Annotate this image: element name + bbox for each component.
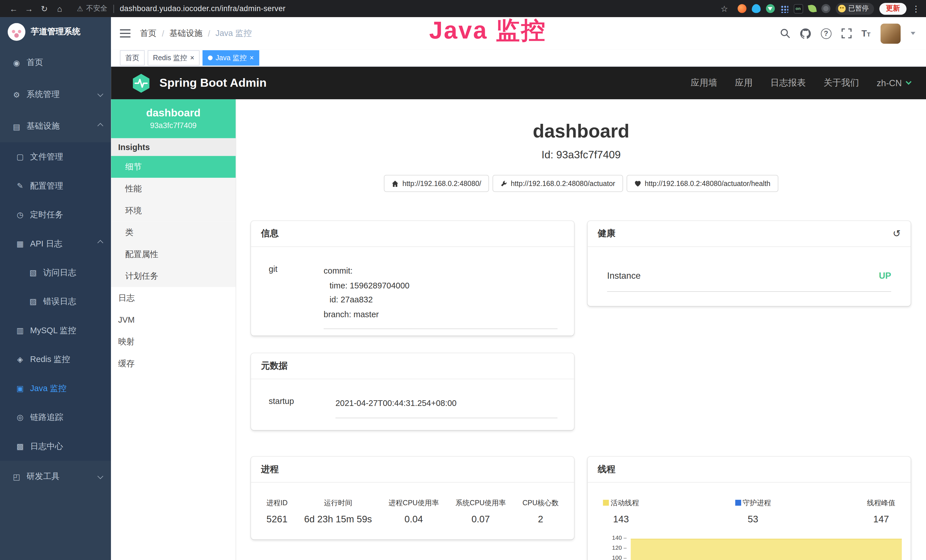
log-center-icon: ▩ — [15, 442, 25, 451]
breadcrumb-home[interactable]: 首页 — [140, 28, 157, 38]
sidebar-item-java-monitor[interactable]: ▣ Java 监控 — [0, 374, 111, 403]
sba-item-caches[interactable]: 缓存 — [111, 353, 236, 375]
process-card: 进程 进程ID 5261 运行时间 6d 23h 15m 59s — [251, 457, 574, 539]
app-logo[interactable]: 芋道管理系统 — [0, 17, 111, 47]
sidebar-item-file-management[interactable]: ▢ 文件管理 — [0, 142, 111, 171]
sba-item-scheduled-tasks[interactable]: 计划任务 — [111, 265, 236, 287]
redis-icon: ◈ — [15, 355, 25, 364]
sidebar-item-log-center[interactable]: ▩ 日志中心 — [0, 432, 111, 461]
sidebar-item-config-management[interactable]: ✎ 配置管理 — [0, 171, 111, 200]
wrench-icon — [500, 180, 507, 187]
info-git-row: git commit: time: 1596289704000 id: 27aa… — [251, 247, 574, 329]
navbar-actions: ? TT — [780, 23, 915, 43]
main-content: dashboard Id: 93a3fc7f7409 http://192.16… — [236, 99, 926, 560]
sidebar-item-mysql-monitor[interactable]: ▥ MySQL 监控 — [0, 316, 111, 345]
sba-nav-journal[interactable]: 日志报表 — [770, 77, 806, 88]
threads-chart: 140 120 100 — [587, 534, 911, 560]
metric-cpu-cores: CPU核心数 2 — [522, 498, 559, 525]
sidebar-item-scheduled-tasks[interactable]: ◷ 定时任务 — [0, 200, 111, 229]
sba-item-classes[interactable]: 类 — [111, 222, 236, 244]
sba-item-jvm[interactable]: JVM — [111, 309, 236, 331]
service-url-button[interactable]: http://192.168.0.2:48080/ — [384, 175, 489, 192]
tag-home[interactable]: 首页 — [120, 50, 145, 66]
home-icon — [392, 180, 399, 187]
caret-down-icon[interactable] — [911, 32, 915, 35]
address-separator — [113, 5, 114, 13]
history-icon[interactable]: ↺ — [893, 229, 900, 238]
extension-icon-orange[interactable] — [737, 4, 746, 13]
y-axis-tick: 120 — [587, 544, 622, 551]
metric-uptime: 运行时间 6d 23h 15m 59s — [304, 498, 372, 525]
sidebar-item-redis-monitor[interactable]: ◈ Redis 监控 — [0, 345, 111, 374]
clock-icon: ◷ — [15, 210, 25, 219]
font-size-icon[interactable]: TT — [861, 28, 871, 38]
github-icon[interactable] — [800, 28, 811, 38]
warning-icon: ⚠ — [77, 5, 83, 13]
app-title: 芋道管理系统 — [31, 27, 80, 37]
browser-forward-icon[interactable]: → — [21, 4, 37, 13]
browser-actions: ☆ on 已暂停 更新 ⋮ — [717, 3, 920, 14]
browser-back-icon[interactable]: ← — [6, 4, 21, 13]
browser-menu-icon[interactable]: ⋮ — [912, 4, 920, 13]
extension-icon-on-badge[interactable]: on — [793, 4, 803, 13]
site-security-badge[interactable]: ⚠ 不安全 — [77, 3, 107, 14]
tag-java-monitor[interactable]: Java 监控 × — [203, 50, 259, 66]
sba-item-metrics[interactable]: 性能 — [111, 178, 236, 200]
paused-badge[interactable]: 已暂停 — [835, 3, 874, 14]
sba-item-environment[interactable]: 环境 — [111, 200, 236, 222]
smiley-icon — [838, 5, 845, 12]
search-icon[interactable] — [780, 28, 790, 38]
sidebar-item-infrastructure[interactable]: ▤ 基础设施 — [0, 110, 111, 142]
tags-bar: 首页 Redis 监控 × Java 监控 × — [111, 50, 926, 67]
instance-links: http://192.168.0.2:48080/ http://192.168… — [236, 175, 926, 192]
extension-icon-dark[interactable] — [821, 4, 830, 13]
sba-item-details[interactable]: 细节 — [111, 156, 236, 178]
close-icon[interactable]: × — [190, 54, 195, 62]
bookmark-star-icon[interactable]: ☆ — [717, 4, 732, 13]
chevron-up-icon — [98, 240, 103, 246]
sba-item-config-props[interactable]: 配置属性 — [111, 243, 236, 265]
sidebar-item-dev-tools[interactable]: ◰ 研发工具 — [0, 461, 111, 493]
file-icon: ▢ — [15, 152, 25, 161]
extension-icon-vue[interactable] — [766, 4, 775, 13]
chevron-down-icon — [98, 91, 103, 97]
info-card: 信息 git commit: time: 1596289704000 id: 2… — [251, 221, 574, 336]
close-icon[interactable]: × — [250, 54, 254, 62]
actuator-url-button[interactable]: http://192.168.0.2:48080/actuator — [493, 175, 623, 192]
left-column: 信息 git commit: time: 1596289704000 id: 2… — [251, 221, 574, 560]
sba-language-select[interactable]: zh-CN — [877, 78, 911, 88]
sba-logo-icon — [131, 73, 151, 93]
browser-update-button[interactable]: 更新 — [879, 3, 906, 14]
user-avatar[interactable] — [881, 23, 900, 43]
extension-icon-leaf[interactable] — [808, 4, 817, 13]
instance-header[interactable]: dashboard 93a3fc7f7409 — [111, 99, 236, 138]
address-url[interactable]: dashboard.yudao.iocoder.cn/infra/admin-s… — [120, 4, 286, 13]
breadcrumb-infrastructure[interactable]: 基础设施 — [169, 28, 203, 38]
fullscreen-icon[interactable] — [841, 28, 851, 38]
metric-daemon-threads: 守护进程 53 — [735, 498, 771, 525]
browser-home-icon[interactable]: ⌂ — [52, 4, 67, 13]
health-url-button[interactable]: http://192.168.0.2:48080/actuator/health — [626, 175, 778, 192]
sidebar-item-error-logs[interactable]: ▨ 错误日志 — [0, 287, 111, 316]
sba-item-logs[interactable]: 日志 — [111, 287, 236, 309]
extension-icon-grid[interactable] — [780, 5, 788, 13]
sba-nav-about[interactable]: 关于我们 — [824, 77, 859, 88]
extension-icon-blue-drop[interactable] — [752, 4, 760, 13]
sba-brand[interactable]: Spring Boot Admin — [131, 73, 267, 93]
sidebar-item-tracing[interactable]: ◎ 链路追踪 — [0, 403, 111, 431]
sidebar-item-access-logs[interactable]: ▧ 访问日志 — [0, 258, 111, 287]
metric-process-cpu: 进程CPU使用率 0.04 — [389, 498, 439, 525]
health-instance-row[interactable]: Instance UP — [607, 271, 891, 292]
sidebar-item-api-logs[interactable]: ▦ API 日志 — [0, 229, 111, 258]
help-icon[interactable]: ? — [821, 28, 831, 38]
log-icon: ▦ — [15, 239, 25, 248]
sidebar-item-system-management[interactable]: ⚙ 系统管理 — [0, 79, 111, 110]
infrastructure-icon: ▤ — [12, 122, 21, 131]
sba-nav-applications[interactable]: 应用 — [735, 77, 753, 88]
tag-redis-monitor[interactable]: Redis 监控 × — [148, 50, 200, 66]
sba-nav-wallboard[interactable]: 应用墙 — [691, 77, 717, 88]
sba-item-mappings[interactable]: 映射 — [111, 331, 236, 353]
browser-reload-icon[interactable]: ↻ — [36, 4, 52, 13]
sidebar-item-home[interactable]: ◉ 首页 — [0, 47, 111, 79]
hamburger-icon[interactable] — [120, 29, 130, 38]
